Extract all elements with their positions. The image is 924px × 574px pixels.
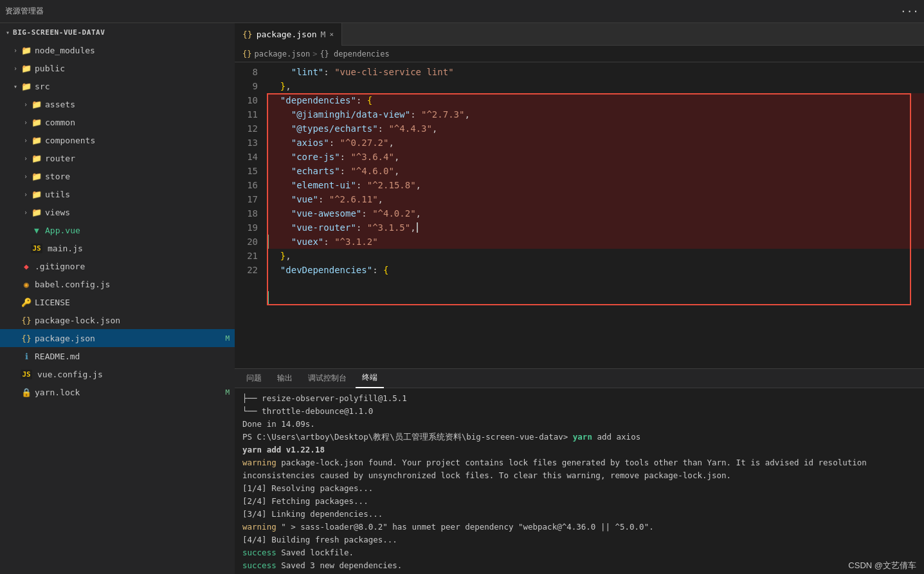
terminal-content[interactable]: ├── resize-observer-polyfill@1.5.1 └── t… bbox=[235, 388, 924, 574]
right-panel: {} package.json M × {} package.json > {}… bbox=[235, 23, 924, 574]
js-icon: JS bbox=[31, 244, 42, 253]
views-label: views bbox=[45, 208, 235, 217]
utils-label: utils bbox=[45, 190, 235, 199]
package-json-tab[interactable]: {} package.json M × bbox=[235, 23, 342, 46]
term-line: [3/4] Linking dependencies... bbox=[242, 508, 916, 521]
code-line-14: "core-js": "^3.6.4", bbox=[267, 150, 924, 164]
sidebar-item-views[interactable]: › 📁 views bbox=[0, 203, 235, 221]
code-line-11: "@jiaminghi/data-view": "^2.7.3", bbox=[267, 107, 924, 121]
term-line-success1: success Saved lockfile. bbox=[242, 546, 916, 559]
sidebar-item-node_modules[interactable]: › 📁 node_modules bbox=[0, 41, 235, 59]
tab-output[interactable]: 输出 bbox=[271, 369, 299, 388]
sidebar-item-public[interactable]: › 📁 public bbox=[0, 59, 235, 77]
folder-icon: 📁 bbox=[31, 118, 42, 127]
babel-icon: ◉ bbox=[21, 280, 32, 289]
yarn-icon: 🔒 bbox=[21, 388, 32, 397]
sidebar-item-assets[interactable]: › 📁 assets bbox=[0, 95, 235, 113]
sidebar-item-package-json[interactable]: › {} package.json M bbox=[0, 329, 235, 347]
sidebar-item-readme[interactable]: › ℹ README.md bbox=[0, 347, 235, 365]
tab-close-button[interactable]: × bbox=[329, 30, 334, 39]
code-line-8: "lint": "vue-cli-service lint" bbox=[267, 65, 924, 79]
yarn-lock-badge: M bbox=[225, 388, 230, 397]
code-line-21: }, bbox=[267, 249, 924, 263]
router-arrow: › bbox=[21, 155, 31, 162]
babel-label: babel.config.js bbox=[35, 280, 235, 289]
sidebar-item-utils[interactable]: › 📁 utils bbox=[0, 185, 235, 203]
sidebar-item-license[interactable]: › 🔑 LICENSE bbox=[0, 293, 235, 311]
package-json-badge: M bbox=[225, 334, 230, 343]
term-line-warn: warning " > sass-loader@8.0.2" has unmet… bbox=[242, 521, 916, 534]
public-label: public bbox=[35, 64, 235, 73]
tab-debug[interactable]: 调试控制台 bbox=[302, 369, 353, 388]
readme-label: README.md bbox=[35, 352, 235, 361]
term-line: [2/4] Fetching packages... bbox=[242, 495, 916, 508]
folder-icon: 📁 bbox=[21, 46, 32, 55]
views-arrow: › bbox=[21, 209, 31, 216]
breadcrumb-section: {} dependencies bbox=[320, 49, 389, 58]
sidebar-title: 资源管理器 bbox=[5, 6, 900, 17]
components-label: components bbox=[45, 136, 235, 145]
folder-icon: 📁 bbox=[31, 172, 42, 181]
folder-icon: 📁 bbox=[31, 154, 42, 163]
editor-area[interactable]: 8 9 10 11 12 13 14 15 16 17 18 19 20 21 … bbox=[235, 62, 924, 368]
vue-config-label: vue.config.js bbox=[37, 370, 235, 379]
sidebar-item-app-vue[interactable]: › ▼ App.vue bbox=[0, 221, 235, 239]
sidebar-item-store[interactable]: › 📁 store bbox=[0, 167, 235, 185]
term-line: ├── resize-observer-polyfill@1.5.1 bbox=[242, 392, 916, 405]
green-indicator-16 bbox=[267, 291, 269, 305]
sidebar-item-router[interactable]: › 📁 router bbox=[0, 149, 235, 167]
assets-arrow: › bbox=[21, 101, 31, 108]
js-icon: JS bbox=[21, 370, 32, 379]
tab-terminal[interactable]: 终端 bbox=[356, 369, 384, 388]
sidebar-item-babel[interactable]: › ◉ babel.config.js bbox=[0, 275, 235, 293]
node_modules-arrow: › bbox=[10, 47, 21, 54]
sidebar: ▾ BIG-SCREEN-VUE-DATAV › 📁 node_modules … bbox=[0, 23, 235, 574]
tab-modified: M bbox=[321, 30, 326, 39]
sidebar-item-components[interactable]: › 📁 components bbox=[0, 131, 235, 149]
root-label: BIG-SCREEN-VUE-DATAV bbox=[13, 28, 235, 37]
tab-issues[interactable]: 问题 bbox=[240, 369, 268, 388]
breadcrumb-file: package.json bbox=[254, 49, 310, 58]
sidebar-item-vue-config[interactable]: › JS vue.config.js bbox=[0, 365, 235, 383]
src-arrow: ▾ bbox=[10, 83, 21, 90]
json-icon: {} bbox=[21, 334, 32, 343]
vue-icon: ▼ bbox=[31, 226, 42, 235]
code-line-10: "dependencies": { bbox=[267, 93, 924, 107]
sidebar-item-yarn-lock[interactable]: › 🔒 yarn.lock M bbox=[0, 383, 235, 401]
store-label: store bbox=[45, 172, 235, 181]
panel-tabs: 问题 输出 调试控制台 终端 bbox=[235, 369, 924, 388]
sidebar-item-gitignore[interactable]: › ◆ .gitignore bbox=[0, 257, 235, 275]
tab-bar: {} package.json M × bbox=[235, 23, 924, 46]
package-lock-label: package-lock.json bbox=[35, 316, 235, 325]
term-line: └── throttle-debounce@1.1.0 bbox=[242, 405, 916, 418]
sidebar-item-package-lock[interactable]: › {} package-lock.json bbox=[0, 311, 235, 329]
term-line-success2: success Saved 3 new dependencies. bbox=[242, 559, 916, 572]
sidebar-item-common[interactable]: › 📁 common bbox=[0, 113, 235, 131]
json-icon: {} bbox=[21, 316, 32, 325]
panel-area: 问题 输出 调试控制台 终端 ├── resize-observer-polyf… bbox=[235, 368, 924, 574]
sidebar-dots[interactable]: ··· bbox=[900, 5, 919, 17]
sidebar-item-main-js[interactable]: › JS main.js bbox=[0, 239, 235, 257]
code-lines: "lint": "vue-cli-service lint" }, "depen… bbox=[267, 65, 924, 277]
folder-icon: 📁 bbox=[31, 136, 42, 145]
utils-arrow: › bbox=[21, 191, 31, 198]
code-line-18: "vue-awesome": "^4.0.2", bbox=[267, 206, 924, 220]
term-line: [1/4] Resolving packages... bbox=[242, 482, 916, 495]
folder-icon: 📁 bbox=[31, 100, 42, 109]
tab-filename: package.json bbox=[257, 30, 317, 39]
term-line-warn: warning package-lock.json found. Your pr… bbox=[242, 456, 916, 482]
main-layout: ▾ BIG-SCREEN-VUE-DATAV › 📁 node_modules … bbox=[0, 23, 924, 574]
sidebar-root[interactable]: ▾ BIG-SCREEN-VUE-DATAV bbox=[0, 23, 235, 41]
code-line-20: "vuex": "^3.1.2" bbox=[267, 235, 924, 249]
folder-icon: 📁 bbox=[21, 82, 32, 91]
md-icon: ℹ bbox=[21, 352, 32, 361]
common-arrow: › bbox=[21, 119, 31, 126]
node_modules-label: node_modules bbox=[35, 46, 235, 55]
code-container: 8 9 10 11 12 13 14 15 16 17 18 19 20 21 … bbox=[235, 62, 924, 280]
line-numbers: 8 9 10 11 12 13 14 15 16 17 18 19 20 21 … bbox=[235, 65, 267, 277]
src-label: src bbox=[35, 82, 235, 91]
sidebar-item-src[interactable]: ▾ 📁 src bbox=[0, 77, 235, 95]
package-json-label: package.json bbox=[35, 334, 225, 343]
watermark: CSDN @文艺倩车 bbox=[848, 560, 916, 571]
assets-label: assets bbox=[45, 100, 235, 109]
